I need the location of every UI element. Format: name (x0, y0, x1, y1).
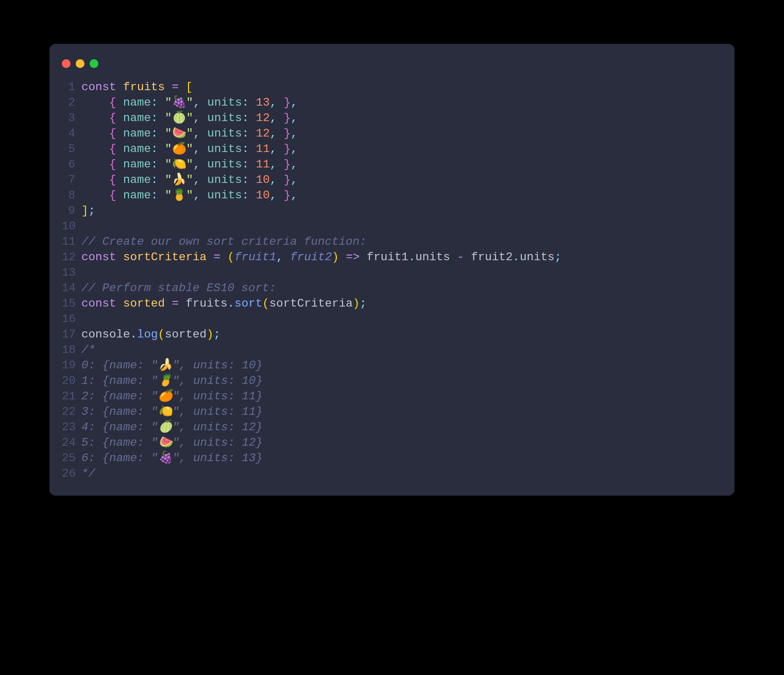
code-line[interactable]: 15const sorted = fruits.sort(sortCriteri… (62, 296, 722, 311)
line-content[interactable]: 4: {name: "🍈", units: 12} (81, 419, 263, 435)
line-content[interactable]: { name: "🍊", units: 11, }, (81, 141, 298, 157)
line-number: 4 (62, 126, 81, 141)
code-line[interactable]: 190: {name: "🍌", units: 10} (62, 358, 722, 373)
token-white (81, 173, 109, 187)
code-line[interactable]: 245: {name: "🍉", units: 12} (62, 435, 722, 450)
code-editor-window: 1const fruits = [2 { name: "🍇", units: 1… (49, 44, 735, 496)
line-content[interactable]: 6: {name: "🍇", units: 13} (81, 450, 263, 466)
code-line[interactable]: 256: {name: "🍇", units: 13} (62, 450, 722, 466)
line-content[interactable]: 0: {name: "🍌", units: 10} (81, 358, 263, 373)
token-prop: name (123, 142, 151, 156)
line-content[interactable]: 5: {name: "🍉", units: 12} (81, 435, 263, 450)
line-content[interactable]: 1: {name: "🍍", units: 10} (81, 373, 263, 389)
token-brace: ) (332, 250, 339, 264)
code-line[interactable]: 4 { name: "🍉", units: 12, }, (62, 126, 722, 141)
line-content[interactable]: const sorted = fruits.sort(sortCriteria)… (81, 296, 367, 311)
token-paren-p: } (284, 111, 291, 125)
code-line[interactable]: 17console.log(sorted); (62, 327, 722, 342)
token-white (450, 250, 457, 264)
code-line[interactable]: 212: {name: "🍊", units: 11} (62, 389, 722, 404)
code-line[interactable]: 2 { name: "🍇", units: 13, }, (62, 95, 722, 110)
token-white (81, 142, 109, 156)
token-punct: : (242, 142, 249, 156)
code-line[interactable]: 11// Create our own sort criteria functi… (62, 234, 722, 249)
code-line[interactable]: 7 { name: "🍌", units: 10, }, (62, 172, 722, 188)
token-white (200, 158, 208, 171)
token-white (277, 111, 284, 125)
code-line[interactable]: 6 { name: "🍋", units: 11, }, (62, 157, 722, 172)
token-paren-p: { (109, 189, 116, 202)
line-content[interactable]: // Create our own sort criteria function… (81, 234, 367, 249)
code-line[interactable]: 14// Perform stable ES10 sort: (62, 280, 722, 296)
token-white (200, 142, 208, 156)
token-paren-p: } (284, 158, 291, 171)
line-content[interactable]: // Perform stable ES10 sort: (81, 280, 276, 296)
line-content[interactable] (81, 311, 89, 327)
token-punct: , (270, 96, 277, 109)
line-number: 6 (62, 157, 81, 172)
code-line[interactable]: 1const fruits = [ (62, 79, 722, 95)
minimize-button[interactable] (76, 59, 84, 68)
token-white (116, 96, 124, 109)
line-content[interactable]: 2: {name: "🍊", units: 11} (81, 389, 263, 404)
token-prop: name (123, 111, 151, 125)
token-white (116, 173, 124, 187)
line-content[interactable]: { name: "🍈", units: 12, }, (81, 110, 298, 126)
line-content[interactable]: { name: "🍌", units: 10, }, (81, 172, 298, 188)
token-white (158, 173, 165, 187)
token-punct: : (242, 173, 249, 187)
code-line[interactable]: 201: {name: "🍍", units: 10} (62, 373, 722, 389)
token-white (277, 96, 284, 109)
token-white (158, 127, 165, 140)
token-prop: name (123, 158, 151, 171)
token-white (249, 142, 256, 156)
code-line[interactable]: 26*/ (62, 466, 722, 481)
code-line[interactable]: 234: {name: "🍈", units: 12} (62, 419, 722, 435)
token-white (158, 111, 165, 125)
line-content[interactable] (81, 218, 89, 234)
code-line[interactable]: 16 (62, 311, 722, 327)
token-str: 🍇 (172, 96, 186, 109)
token-brace: [ (186, 80, 193, 94)
close-button[interactable] (62, 59, 71, 68)
token-punct: , (270, 142, 277, 156)
line-content[interactable]: 3: {name: "🍋", units: 11} (81, 404, 263, 419)
code-line[interactable]: 9]; (62, 203, 722, 218)
line-content[interactable]: const fruits = [ (81, 79, 193, 95)
code-line[interactable]: 13 (62, 265, 722, 280)
line-content[interactable]: ]; (81, 203, 95, 218)
token-num: 13 (256, 96, 270, 109)
code-line[interactable]: 18/* (62, 342, 722, 358)
maximize-button[interactable] (90, 59, 98, 68)
code-line[interactable]: 10 (62, 218, 722, 234)
code-line[interactable]: 3 { name: "🍈", units: 12, }, (62, 110, 722, 126)
line-content[interactable]: { name: "🍇", units: 13, }, (81, 95, 298, 110)
token-white (249, 158, 256, 171)
token-str: 🍉 (172, 127, 186, 140)
code-line[interactable]: 12const sortCriteria = (fruit1, fruit2) … (62, 249, 722, 265)
line-content[interactable]: /* (81, 342, 95, 358)
line-content[interactable]: { name: "🍋", units: 11, }, (81, 157, 298, 172)
code-line[interactable]: 223: {name: "🍋", units: 11} (62, 404, 722, 419)
line-content[interactable]: { name: "🍉", units: 12, }, (81, 126, 298, 141)
token-prop: name (123, 189, 151, 202)
code-line[interactable]: 8 { name: "🍍", units: 10, }, (62, 188, 722, 203)
code-area[interactable]: 1const fruits = [2 { name: "🍇", units: 1… (49, 79, 735, 481)
line-number: 2 (62, 95, 81, 110)
line-content[interactable]: const sortCriteria = (fruit1, fruit2) =>… (81, 249, 561, 265)
line-content[interactable] (81, 265, 89, 280)
token-white (81, 111, 109, 125)
token-call: log (137, 328, 158, 341)
code-line[interactable]: 5 { name: "🍊", units: 11, }, (62, 141, 722, 157)
line-number: 13 (62, 265, 81, 280)
line-content[interactable]: console.log(sorted); (81, 327, 220, 342)
token-punct: : (151, 127, 158, 140)
line-content[interactable]: */ (81, 466, 95, 481)
token-comment: 0: {name: "🍌", units: 10} (81, 359, 263, 372)
token-prop: units (207, 189, 242, 202)
token-punct: , (270, 173, 277, 187)
line-content[interactable]: { name: "🍍", units: 10, }, (81, 188, 298, 203)
token-punct: : (151, 158, 158, 171)
token-comment: // Create our own sort criteria function… (81, 235, 367, 248)
token-str: " (165, 96, 172, 109)
